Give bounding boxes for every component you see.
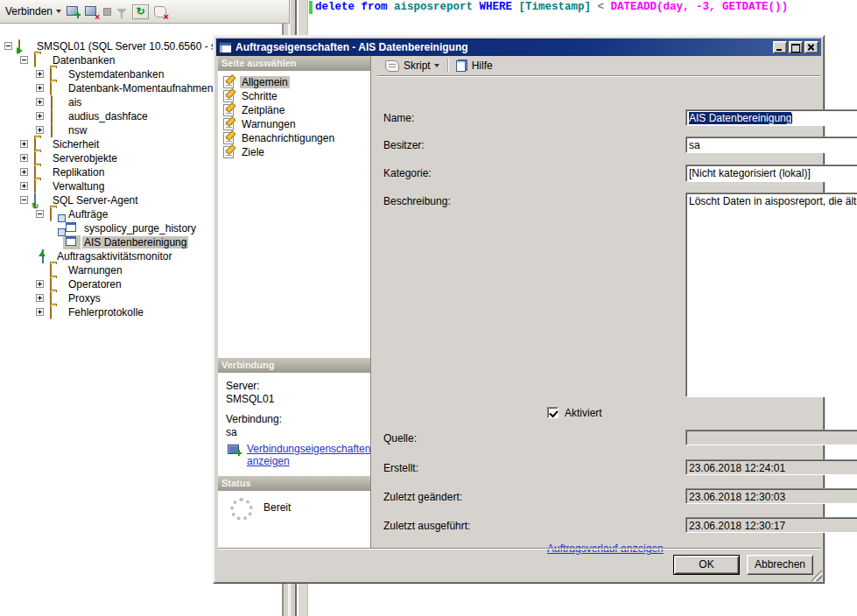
last-modified-field: 23.06.2018 12:30:03 [685, 488, 857, 504]
page-icon [223, 104, 234, 116]
database-icon [51, 123, 53, 137]
sql-code-line[interactable]: delete from aisposreport WHERE [Timestam… [315, 1, 788, 13]
delete-script-icon [154, 6, 166, 18]
expand-toggle-icon[interactable] [36, 84, 44, 92]
stop-icon [103, 8, 111, 16]
collapse-toggle-icon[interactable] [4, 42, 12, 50]
expand-toggle-icon[interactable] [36, 308, 44, 316]
tree-item-security[interactable]: Sicherheit [51, 138, 101, 150]
tree-item-system-databases[interactable]: Systemdatenbanken [67, 68, 165, 80]
text-caret [791, 114, 792, 123]
tree-item-databases[interactable]: Datenbanken [51, 54, 116, 66]
owner-input[interactable]: sa [685, 136, 857, 153]
created-field: 23.06.2018 12:24:01 [685, 459, 857, 475]
connect-server-button[interactable] [64, 2, 82, 21]
category-combobox[interactable]: [Nicht kategorisiert (lokal)] [685, 164, 857, 182]
page-item-label: Ziele [240, 146, 266, 158]
tree-item-jobs[interactable]: Aufträge [67, 208, 109, 220]
tree-item-syspolicy-purge-history[interactable]: syspolicy_purge_history [82, 222, 198, 234]
connect-dropdown-button[interactable]: Verbinden [3, 2, 64, 21]
expand-toggle-icon[interactable] [20, 154, 28, 162]
enabled-label: Aktiviert [565, 407, 602, 419]
status-value: Bereit [263, 501, 291, 514]
expand-toggle-icon[interactable] [36, 294, 44, 302]
page-item-benachrichtigungen[interactable]: Benachrichtigungen [223, 131, 336, 145]
dialog-icon [219, 42, 232, 53]
connection-properties-icon [228, 444, 239, 454]
source-field [685, 430, 857, 445]
tree-item-job-activity-monitor[interactable]: Auftragsaktivitätsmonitor [55, 250, 173, 262]
tree-item-server-objects[interactable]: Serverobjekte [51, 152, 119, 164]
expand-toggle-icon[interactable] [36, 126, 44, 134]
expand-toggle-icon[interactable] [36, 70, 44, 78]
tree-item-db-nsw[interactable]: nsw [67, 124, 88, 136]
tree-item-sql-server-agent[interactable]: SQL Server-Agent [51, 194, 140, 206]
script-dropdown-button[interactable]: Skript [383, 56, 442, 75]
folder-icon [34, 53, 36, 67]
view-connection-properties-link[interactable]: Verbindungseigenschaften anzeigen [247, 443, 365, 467]
tree-item-error-logs[interactable]: Fehlerprotokolle [67, 306, 145, 318]
folder-icon [50, 305, 52, 319]
refresh-button[interactable]: ↻ [130, 2, 151, 21]
filter-button[interactable] [114, 2, 130, 21]
chevron-down-icon [56, 10, 61, 13]
collapse-toggle-icon[interactable] [20, 196, 28, 204]
collapse-toggle-icon[interactable] [36, 210, 44, 218]
tree-item-db-ais[interactable]: ais [67, 96, 83, 108]
expand-toggle-icon[interactable] [20, 140, 28, 148]
expand-toggle-icon[interactable] [20, 168, 28, 176]
description-textarea[interactable]: Löscht Daten in aisposreport, die älter … [685, 192, 857, 397]
created-label: Erstellt: [383, 462, 418, 474]
chevron-down-icon [434, 64, 439, 67]
maximize-button[interactable] [789, 41, 803, 53]
stop-button[interactable] [101, 2, 114, 21]
delete-button[interactable] [151, 2, 169, 21]
page-item-warnungen[interactable]: Warnungen [223, 117, 298, 131]
ssms-main-window: SMSQL01 (SQL Server 10.50.6560 - sa) Dat… [0, 0, 857, 616]
tree-item-alerts[interactable]: Warnungen [67, 264, 124, 276]
help-button[interactable]: Hilfe [453, 56, 495, 75]
tree-item-management[interactable]: Verwaltung [51, 180, 106, 192]
toolbar-separator [447, 59, 448, 73]
tree-item-db-audius-dashface[interactable]: audius_dashface [67, 110, 150, 122]
tree-item-replication[interactable]: Replikation [51, 166, 106, 178]
tree-item-operators[interactable]: Operatoren [67, 278, 123, 290]
minimize-button[interactable] [773, 41, 787, 53]
expand-toggle-icon[interactable] [36, 98, 44, 106]
connect-server-icon [67, 6, 80, 18]
ok-button[interactable]: OK [673, 555, 740, 575]
database-icon [51, 109, 53, 123]
select-page-header: Seite auswählen [218, 56, 370, 71]
page-item-schritte[interactable]: Schritte [223, 89, 279, 103]
server-value: SMSQL01 [226, 393, 274, 405]
page-list: Allgemein Schritte Zeitpläne Warnungen B… [218, 71, 370, 358]
footer-divider [218, 548, 821, 550]
enabled-checkbox[interactable] [547, 407, 558, 418]
name-input[interactable]: AIS Datenbereinigung [685, 109, 857, 126]
server-icon [18, 39, 20, 53]
tree-item-ais-datenbereinigung[interactable]: AIS Datenbereinigung [82, 236, 188, 248]
folder-icon [34, 179, 36, 193]
close-button[interactable] [804, 41, 818, 53]
collapse-toggle-icon[interactable] [20, 56, 28, 64]
expand-toggle-icon[interactable] [36, 112, 44, 120]
dialog-title-bar[interactable]: Auftragseigenschaften - AIS Datenbereini… [216, 38, 821, 56]
connection-panel: Server: SMSQL01 Verbindung: sa Verbindun… [218, 373, 370, 476]
page-item-zeitplaene[interactable]: Zeitpläne [223, 103, 286, 117]
page-item-label: Warnungen [240, 118, 298, 130]
connection-header: Verbindung [218, 358, 370, 373]
help-icon [456, 60, 467, 72]
expand-toggle-icon[interactable] [36, 280, 44, 288]
cancel-button[interactable]: Abbrechen [747, 555, 813, 575]
page-item-ziele[interactable]: Ziele [223, 145, 266, 159]
disconnect-server-button[interactable]: × [82, 2, 101, 21]
tree-item-server[interactable]: SMSQL01 (SQL Server 10.50.6560 - sa) [35, 40, 228, 52]
folder-icon [50, 207, 52, 221]
object-explorer-toolbar: Verbinden × ↻ [0, 0, 290, 24]
expand-toggle-icon[interactable] [20, 182, 28, 190]
name-value-selected: AIS Datenbereinigung [689, 112, 791, 124]
tree-item-proxies[interactable]: Proxys [67, 292, 102, 304]
page-item-allgemein[interactable]: Allgemein [223, 75, 290, 89]
sql-agent-icon [34, 193, 36, 207]
tree-item-db-snapshots[interactable]: Datenbank-Momentaufnahmen [67, 82, 214, 94]
